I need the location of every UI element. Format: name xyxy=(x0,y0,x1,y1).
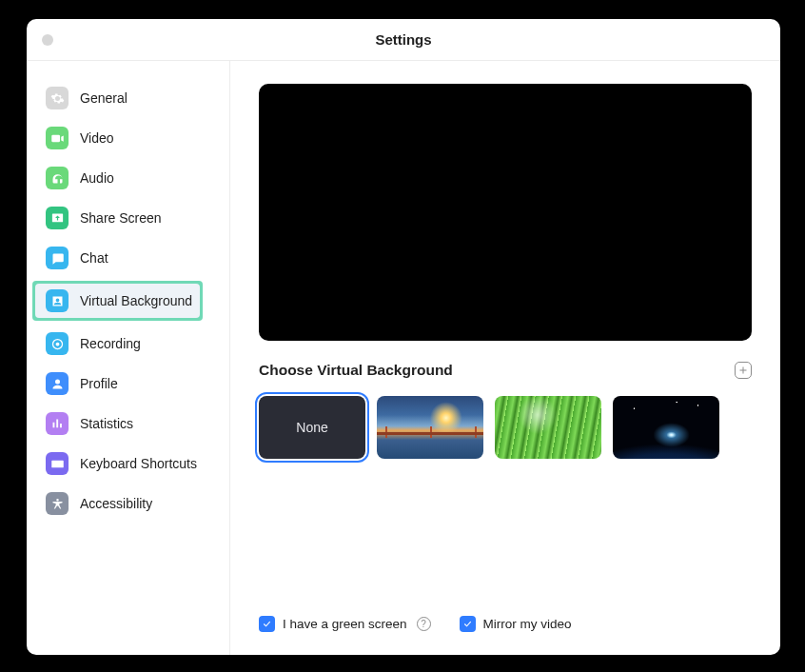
sidebar-item-share-screen[interactable]: Share Screen xyxy=(27,198,229,238)
video-preview xyxy=(259,84,752,341)
chat-bubble-icon xyxy=(46,247,69,269)
background-option-bridge[interactable] xyxy=(377,396,483,459)
main-panel: Choose Virtual Background None I xyxy=(230,61,780,655)
share-screen-icon xyxy=(46,207,69,229)
sidebar-item-label: Video xyxy=(80,130,114,146)
sidebar-item-label: Profile xyxy=(80,376,118,391)
sidebar-item-video[interactable]: Video xyxy=(27,118,229,158)
background-option-label: None xyxy=(296,420,327,435)
sidebar-selected-highlight: Virtual Background xyxy=(32,281,203,321)
add-background-button[interactable] xyxy=(735,362,752,379)
checkbox-label: Mirror my video xyxy=(483,617,572,631)
mirror-video-checkbox[interactable]: Mirror my video xyxy=(460,616,572,632)
sidebar-item-profile[interactable]: Profile xyxy=(27,364,229,404)
window-body: General Video Audio Share Screen xyxy=(27,61,780,655)
sidebar-item-label: General xyxy=(80,90,128,106)
sidebar-item-label: Audio xyxy=(80,170,114,186)
keyboard-icon xyxy=(46,452,69,475)
titlebar: Settings xyxy=(27,19,780,61)
sidebar-item-statistics[interactable]: Statistics xyxy=(27,404,229,444)
gear-icon xyxy=(46,87,69,109)
record-icon xyxy=(46,332,69,355)
checkbox-label: I have a green screen xyxy=(283,617,407,631)
background-option-grass[interactable] xyxy=(495,396,601,459)
checkbox-checked-icon xyxy=(460,616,476,632)
video-camera-icon xyxy=(46,127,69,149)
green-screen-checkbox[interactable]: I have a green screen ? xyxy=(259,616,431,632)
window-controls[interactable] xyxy=(42,34,53,46)
sidebar-item-recording[interactable]: Recording xyxy=(27,324,229,364)
accessibility-icon xyxy=(46,492,69,515)
sidebar-item-label: Virtual Background xyxy=(80,293,192,308)
sidebar-item-audio[interactable]: Audio xyxy=(27,158,229,198)
window-title: Settings xyxy=(375,31,431,48)
close-icon[interactable] xyxy=(42,34,53,46)
sidebar-item-label: Statistics xyxy=(80,416,133,431)
sidebar-item-general[interactable]: General xyxy=(27,78,229,118)
virtual-background-icon xyxy=(46,289,69,312)
sidebar-item-virtual-background[interactable]: Virtual Background xyxy=(27,278,229,324)
sidebar-item-accessibility[interactable]: Accessibility xyxy=(27,484,229,524)
choose-background-label: Choose Virtual Background xyxy=(259,362,453,379)
svg-point-1 xyxy=(55,342,59,346)
background-options: None xyxy=(259,396,752,459)
chart-bar-icon xyxy=(46,412,69,435)
checkbox-checked-icon xyxy=(259,616,275,632)
headphones-icon xyxy=(46,167,69,189)
sidebar-item-chat[interactable]: Chat xyxy=(27,238,229,278)
sidebar-item-label: Recording xyxy=(80,336,141,351)
help-icon[interactable]: ? xyxy=(417,617,431,631)
background-option-none[interactable]: None xyxy=(259,396,365,459)
profile-icon xyxy=(46,372,69,395)
sidebar: General Video Audio Share Screen xyxy=(27,61,230,655)
settings-window: Settings General Video Audio xyxy=(27,19,780,655)
choose-background-row: Choose Virtual Background xyxy=(259,362,752,379)
sidebar-item-label: Share Screen xyxy=(80,210,162,226)
sidebar-item-label: Accessibility xyxy=(80,496,152,511)
background-option-space[interactable] xyxy=(613,396,719,459)
footer-options: I have a green screen ? Mirror my video xyxy=(259,616,752,636)
sidebar-item-label: Keyboard Shortcuts xyxy=(80,456,197,471)
sidebar-item-label: Chat xyxy=(80,250,108,266)
sidebar-item-keyboard-shortcuts[interactable]: Keyboard Shortcuts xyxy=(27,444,229,484)
